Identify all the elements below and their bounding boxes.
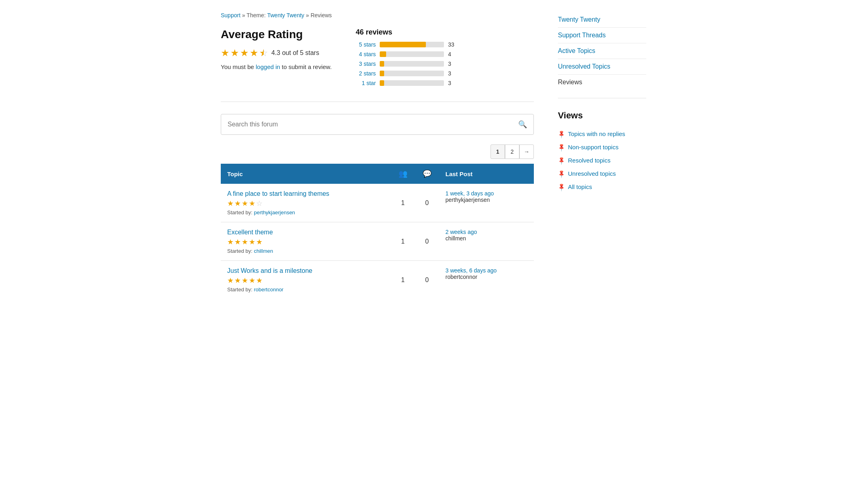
topic-star-4: ★ [249, 238, 255, 246]
topic-star-1: ★ [227, 199, 234, 208]
replies-icon: 💬 [423, 170, 431, 178]
replies-cell: 0 [415, 261, 439, 299]
page-2-button[interactable]: 2 [505, 144, 519, 159]
pin-icon: 📌 [557, 182, 566, 191]
table-row: Excellent theme ★★★★★ Started by: chillm… [221, 222, 534, 261]
started-by: Started by: robertconnor [227, 287, 385, 293]
views-section: Views 📌Topics with no replies📌Non-suppor… [558, 110, 646, 193]
last-post-cell: 3 weeks, 6 days ago robertconnor [439, 261, 534, 299]
voices-cell: 1 [391, 261, 415, 299]
breadcrumb-theme-link[interactable]: Twenty Twenty [267, 12, 304, 18]
topics-tbody: A fine place to start learning themes ★★… [221, 184, 534, 299]
rating-text: 4.3 out of 5 stars [271, 49, 319, 57]
topic-author-link[interactable]: chillmen [254, 248, 273, 254]
views-list: 📌Topics with no replies📌Non-support topi… [558, 127, 646, 193]
views-item-label: Non-support topics [568, 144, 619, 150]
topic-cell: Excellent theme ★★★★★ Started by: chillm… [221, 222, 391, 261]
sidebar-nav-item[interactable]: Support Threads [558, 28, 646, 43]
rating-bars: 46 reviews 5 stars 33 4 stars 4 3 stars … [356, 28, 468, 89]
views-item-label: All topics [568, 183, 592, 190]
col-topic: Topic [221, 164, 391, 184]
voices-cell: 1 [391, 222, 415, 261]
bar-row: 3 stars 3 [356, 61, 468, 67]
pin-icon: 📌 [557, 156, 566, 165]
topic-link[interactable]: Excellent theme [227, 229, 273, 236]
views-item-label: Resolved topics [568, 157, 611, 164]
breadcrumb-current: Reviews [311, 12, 332, 18]
topic-link[interactable]: Just Works and is a milestone [227, 267, 312, 274]
last-post-cell: 2 weeks ago chillmen [439, 222, 534, 261]
bar-track [380, 71, 444, 76]
views-list-item[interactable]: 📌All topics [558, 180, 646, 193]
topic-star-2: ★ [234, 276, 241, 285]
topic-cell: A fine place to start learning themes ★★… [221, 184, 391, 222]
last-post-time: 3 weeks, 6 days ago [446, 267, 527, 274]
page-1-button[interactable]: 1 [490, 144, 505, 159]
views-list-item[interactable]: 📌Topics with no replies [558, 127, 646, 140]
bar-row: 1 star 3 [356, 80, 468, 86]
search-input[interactable] [221, 115, 512, 134]
topic-cell: Just Works and is a milestone ★★★★★ Star… [221, 261, 391, 299]
col-replies: 💬 [415, 164, 439, 184]
sidebar-nav-item[interactable]: Reviews [558, 75, 646, 90]
bar-row: 4 stars 4 [356, 51, 468, 57]
next-page-button[interactable]: → [519, 144, 534, 159]
last-post-time: 2 weeks ago [446, 229, 527, 235]
last-post-time: 1 week, 3 days ago [446, 190, 527, 197]
topic-star-1: ★ [227, 238, 234, 246]
search-section: 🔍 [221, 114, 534, 135]
sidebar-nav-item[interactable]: Unresolved Topics [558, 59, 646, 75]
started-by: Started by: chillmen [227, 248, 385, 254]
rating-section: Average Rating ★ ★ ★ ★ ★☆ 4.3 out of 5 s… [221, 28, 534, 102]
bar-label: 2 stars [356, 70, 376, 77]
sidebar-nav-item[interactable]: Active Topics [558, 43, 646, 59]
topic-star-3: ★ [242, 199, 248, 208]
topic-link[interactable]: A fine place to start learning themes [227, 190, 329, 197]
topic-star-3: ★ [242, 276, 248, 285]
breadcrumb-support-link[interactable]: Support [221, 12, 240, 18]
topic-star-1: ★ [227, 276, 234, 285]
star-1: ★ [221, 47, 230, 59]
topic-star-5: ★ [256, 276, 263, 285]
breadcrumb-sep1: » Theme: [242, 12, 267, 18]
bar-label: 5 stars [356, 41, 376, 48]
rating-title: Average Rating [221, 28, 332, 41]
sidebar-nav: Twenty TwentySupport ThreadsActive Topic… [558, 12, 646, 98]
last-post-cell: 1 week, 3 days ago perthykjaerjensen [439, 184, 534, 222]
col-last-post: Last Post [439, 164, 534, 184]
breadcrumb-sep2: » [306, 12, 311, 18]
bar-track [380, 61, 444, 67]
bar-row: 2 stars 3 [356, 70, 468, 77]
bar-count: 3 [448, 70, 451, 77]
sidebar-nav-item[interactable]: Twenty Twenty [558, 12, 646, 28]
topic-star-2: ★ [234, 238, 241, 246]
login-link[interactable]: logged in [256, 63, 280, 70]
table-row: Just Works and is a milestone ★★★★★ Star… [221, 261, 534, 299]
bar-label: 1 star [356, 80, 376, 86]
star-4: ★ [250, 47, 258, 59]
bar-count: 4 [448, 51, 451, 57]
topic-star-4: ★ [249, 199, 255, 208]
bar-label: 4 stars [356, 51, 376, 57]
bar-fill [380, 80, 384, 86]
col-voices: 👥 [391, 164, 415, 184]
bar-count: 3 [448, 80, 451, 86]
pin-icon: 📌 [557, 129, 566, 138]
topic-star-4: ★ [249, 276, 255, 285]
average-stars: ★ ★ ★ ★ ★☆ [221, 47, 268, 59]
pin-icon: 📌 [557, 169, 566, 178]
search-box: 🔍 [221, 114, 534, 135]
search-button[interactable]: 🔍 [512, 114, 533, 134]
bar-label: 3 stars [356, 61, 376, 67]
topic-author-link[interactable]: robertconnor [254, 287, 283, 293]
table-header-row: Topic 👥 💬 Last Post [221, 164, 534, 184]
last-post-user: chillmen [446, 235, 527, 242]
bar-row: 5 stars 33 [356, 41, 468, 48]
views-list-item[interactable]: 📌Resolved topics [558, 154, 646, 167]
views-list-item[interactable]: 📌Unresolved topics [558, 167, 646, 180]
topic-star-3: ★ [242, 238, 248, 246]
views-list-item[interactable]: 📌Non-support topics [558, 140, 646, 154]
topic-author-link[interactable]: perthykjaerjensen [254, 209, 295, 215]
topic-star-5: ☆ [256, 199, 263, 208]
stars-row: ★ ★ ★ ★ ★☆ 4.3 out of 5 stars [221, 47, 332, 59]
